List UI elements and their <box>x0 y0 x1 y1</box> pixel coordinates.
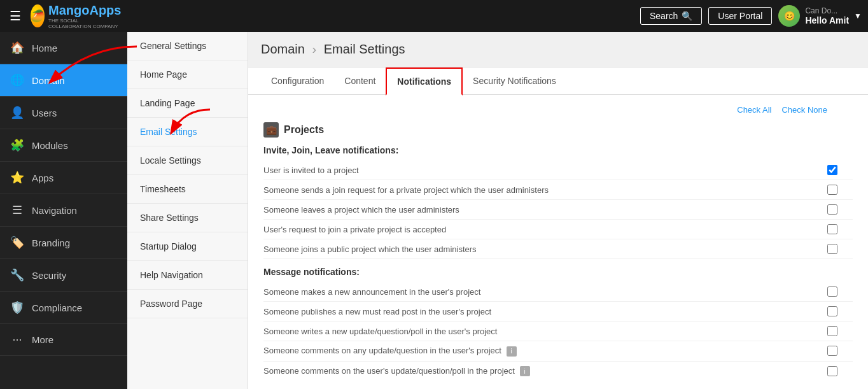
logo-icon: 🥭 <box>31 4 45 27</box>
notif-label-comments-any: Someone comments on any update/question … <box>263 346 827 357</box>
avatar: 😊 <box>778 5 800 27</box>
avatar-initials: 😊 <box>784 11 795 21</box>
notif-row-invited: User is invited to a project <box>263 160 853 180</box>
info-icon-comments-any[interactable]: i <box>507 346 517 357</box>
tab-content[interactable]: Content <box>334 68 386 95</box>
user-dropdown-arrow[interactable]: ▼ <box>854 11 862 20</box>
compliance-icon: 🛡️ <box>10 301 24 315</box>
notif-check-comments-any[interactable] <box>827 346 837 356</box>
info-icon-comments-own[interactable]: i <box>520 366 530 376</box>
breadcrumb-current: Email Settings <box>324 42 405 56</box>
tab-security-notifications[interactable]: Security Notifications <box>463 68 566 95</box>
notif-label-leaves: Someone leaves a project which the user … <box>263 205 827 215</box>
notif-label-join-request: Someone sends a join request for a priva… <box>263 185 827 195</box>
check-all-link[interactable]: Check All <box>737 105 771 115</box>
page-header: Domain › Email Settings <box>248 32 868 67</box>
logo-brand: MangoApps <box>48 3 121 18</box>
logo: 🥭 MangoApps THE SOCIAL COLLABORATION COM… <box>31 4 120 28</box>
sidebar-label-modules: Modules <box>32 140 68 151</box>
sub-sidebar-share-settings[interactable]: Share Settings <box>127 204 248 232</box>
notif-label-announcement: Someone makes a new announcement in the … <box>263 287 827 297</box>
notif-row-joins-public: Someone joins a public project which the… <box>263 239 853 259</box>
main-panel: Domain › Email Settings <box>248 32 868 389</box>
check-actions: Check All Check None <box>263 105 853 115</box>
sidebar-item-branding[interactable]: 🏷️ Branding <box>0 227 127 259</box>
notif-check-update-poll[interactable] <box>827 326 837 336</box>
sidebar-item-home[interactable]: 🏠 Home <box>0 32 127 64</box>
notif-check-comments-own[interactable] <box>827 366 837 376</box>
sidebar-label-apps: Apps <box>32 173 53 183</box>
notif-label-must-read: Someone publishes a new must read post i… <box>263 307 827 316</box>
sidebar-label-compliance: Compliance <box>32 302 82 313</box>
sidebar: 🏠 Home 🌐 Domain 👤 Users 🧩 Modules ⭐ Apps… <box>0 32 127 389</box>
sidebar-item-navigation[interactable]: ☰ Navigation <box>0 194 127 227</box>
avatar-inner: 😊 <box>778 5 800 27</box>
sub-sidebar-password-page[interactable]: Password Page <box>127 290 248 318</box>
sidebar-item-users[interactable]: 👤 Users <box>0 97 127 129</box>
sidebar-label-users: Users <box>32 108 57 118</box>
notif-check-leaves[interactable] <box>827 204 837 215</box>
user-area: 😊 Can Do... Hello Amit ▼ <box>778 5 862 27</box>
notif-check-invited[interactable] <box>827 165 837 175</box>
breadcrumb-separator: › <box>312 42 319 56</box>
sub-sidebar-locale-settings[interactable]: Locale Settings <box>127 146 248 175</box>
sub-sidebar-general-settings[interactable]: General Settings <box>127 32 248 60</box>
security-icon: 🔧 <box>10 268 24 282</box>
notif-check-must-read[interactable] <box>827 306 837 316</box>
breadcrumb-parent: Domain <box>261 42 305 56</box>
sub-sidebar-help-navigation[interactable]: Help Navigation <box>127 261 248 290</box>
sidebar-item-modules[interactable]: 🧩 Modules <box>0 129 127 162</box>
user-portal-button[interactable]: User Portal <box>708 7 772 25</box>
notif-check-join-accepted[interactable] <box>827 224 837 234</box>
notif-check-join-request[interactable] <box>827 185 837 195</box>
search-label: Search <box>650 11 678 21</box>
hamburger-menu[interactable]: ☰ <box>6 5 24 27</box>
invite-join-leave-title: Invite, Join, Leave notifications: <box>263 145 853 155</box>
user-greeting: Can Do... <box>805 6 849 15</box>
content-area: General Settings Home Page Landing Page … <box>127 32 868 389</box>
tab-configuration[interactable]: Configuration <box>261 68 334 95</box>
user-info: Can Do... Hello Amit <box>805 6 849 25</box>
notif-label-update-poll: Someone writes a new update/question/pol… <box>263 327 827 336</box>
top-bar: ☰ 🥭 MangoApps THE SOCIAL COLLABORATION C… <box>0 0 868 32</box>
navigation-icon: ☰ <box>10 203 24 217</box>
top-bar-right: Search 🔍 User Portal 😊 Can Do... Hello A… <box>640 5 862 27</box>
top-bar-left: ☰ 🥭 MangoApps THE SOCIAL COLLABORATION C… <box>6 4 120 28</box>
search-icon: 🔍 <box>682 11 692 21</box>
projects-title: Projects <box>284 124 324 136</box>
check-none-link[interactable]: Check None <box>781 105 827 115</box>
user-name: Hello Amit <box>805 15 849 25</box>
projects-icon: 💼 <box>263 122 279 138</box>
sidebar-label-more: More <box>32 334 53 345</box>
sidebar-item-apps[interactable]: ⭐ Apps <box>0 162 127 194</box>
notif-check-joins-public[interactable] <box>827 244 837 254</box>
sidebar-item-compliance[interactable]: 🛡️ Compliance <box>0 292 127 324</box>
notif-row-comments-any: Someone comments on any update/question … <box>263 341 853 362</box>
more-icon: ··· <box>10 333 24 346</box>
notif-check-announcement[interactable] <box>827 286 837 297</box>
sidebar-item-more[interactable]: ··· More <box>0 324 127 356</box>
sidebar-label-domain: Domain <box>32 75 65 86</box>
sub-sidebar-landing-page[interactable]: Landing Page <box>127 89 248 118</box>
sub-sidebar-home-page[interactable]: Home Page <box>127 60 248 89</box>
notif-row-must-read: Someone publishes a new must read post i… <box>263 302 853 322</box>
notifications-panel: Check All Check None 💼 Projects Invite, … <box>248 95 868 389</box>
sidebar-label-home: Home <box>32 43 57 53</box>
sidebar-item-security[interactable]: 🔧 Security <box>0 259 127 292</box>
main-layout: 🏠 Home 🌐 Domain 👤 Users 🧩 Modules ⭐ Apps… <box>0 32 868 389</box>
apps-icon: ⭐ <box>10 171 24 185</box>
notif-row-join-request: Someone sends a join request for a priva… <box>263 180 853 200</box>
notif-row-announcement: Someone makes a new announcement in the … <box>263 282 853 302</box>
projects-section-header: 💼 Projects <box>263 122 853 138</box>
sub-sidebar-startup-dialog[interactable]: Startup Dialog <box>127 232 248 261</box>
search-button[interactable]: Search 🔍 <box>640 7 702 25</box>
sub-sidebar: General Settings Home Page Landing Page … <box>127 32 248 389</box>
message-notifications-title: Message notifications: <box>263 267 853 277</box>
tab-notifications[interactable]: Notifications <box>386 67 463 95</box>
sidebar-item-domain[interactable]: 🌐 Domain <box>0 64 127 97</box>
notif-row-leaves: Someone leaves a project which the user … <box>263 200 853 220</box>
notif-label-joins-public: Someone joins a public project which the… <box>263 244 827 254</box>
notif-row-comments-own: Someone comments on the user's update/qu… <box>263 362 853 381</box>
sub-sidebar-email-settings[interactable]: Email Settings <box>127 118 248 146</box>
sub-sidebar-timesheets[interactable]: Timesheets <box>127 175 248 204</box>
